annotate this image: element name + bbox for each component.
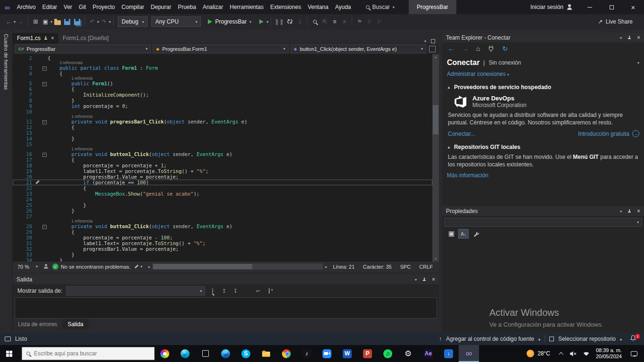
window-position-chevron-icon[interactable]: ▾: [620, 209, 622, 214]
next-message-icon[interactable]: ↧: [231, 288, 239, 294]
settings-button[interactable]: ⚙: [398, 345, 418, 362]
menu-ayuda[interactable]: Ayuda: [332, 0, 355, 14]
visual-studio-button[interactable]: ∞: [459, 345, 479, 362]
feedback-icon[interactable]: [5, 337, 11, 341]
code-line-33[interactable]: 33}: [13, 252, 432, 257]
code-text[interactable]: {: [48, 157, 432, 163]
editor-tab[interactable]: Form1.cs×: [13, 33, 58, 43]
hosted-providers-section[interactable]: ▲ Proveedores de servicio hospedado: [447, 84, 639, 90]
code-editor[interactable]: 2{3 referencias3−public partial class Fo…: [13, 54, 439, 262]
code-text[interactable]: [48, 109, 432, 115]
volume-muted-icon[interactable]: [570, 351, 577, 357]
start-button[interactable]: [0, 345, 22, 362]
configuration-select[interactable]: Debug ▾: [118, 16, 148, 27]
bookmark-icon[interactable]: ⚑: [355, 17, 363, 26]
scrollbar-thumb[interactable]: [153, 264, 252, 269]
pin-icon[interactable]: [627, 209, 631, 213]
chrome-button[interactable]: [276, 345, 297, 362]
menu-extensiones[interactable]: Extensiones: [267, 0, 304, 14]
start-without-debugging-chevron[interactable]: ▾: [266, 20, 268, 24]
word-wrap-icon[interactable]: ↩: [254, 288, 262, 294]
save-all-icon[interactable]: [73, 17, 81, 26]
navigate-symbol-icon[interactable]: ⇱: [321, 17, 329, 26]
quick-search[interactable]: Buscar ▾: [366, 4, 395, 10]
chevron-down-icon[interactable]: ▾: [637, 61, 639, 65]
object-select[interactable]: ▾: [444, 218, 642, 227]
open-folder-icon[interactable]: [53, 17, 61, 26]
redo-icon[interactable]: ↷: [100, 17, 108, 26]
output-text-area[interactable]: [15, 297, 437, 319]
chevron-up-icon[interactable]: ▴: [538, 337, 540, 341]
property-pages-icon[interactable]: [471, 229, 481, 239]
panel-tab-salida[interactable]: Salida: [62, 319, 88, 329]
scroll-left-icon[interactable]: ◂: [146, 264, 151, 269]
chevron-up-icon[interactable]: ▴: [620, 337, 622, 341]
autoscroll-icon[interactable]: [265, 288, 273, 294]
more-info-link[interactable]: Más información: [447, 172, 639, 179]
start-without-debugging-icon[interactable]: [257, 17, 265, 26]
start-debugging-button[interactable]: ProgressBar ▾: [205, 16, 255, 27]
code-text[interactable]: }: [48, 257, 432, 262]
home-icon[interactable]: ⌂: [476, 45, 480, 52]
zoom-select[interactable]: 70 % ▾: [15, 262, 41, 272]
forward-icon[interactable]: →: [462, 45, 469, 52]
split-window-icon[interactable]: [429, 46, 436, 52]
code-text[interactable]: progressBar1.Value = porcentaje;: [48, 246, 432, 252]
toolbox-side-tab[interactable]: Cuadro de herramientas: [0, 29, 13, 333]
close-icon[interactable]: ×: [432, 276, 435, 283]
menu-analizar[interactable]: Analizar: [199, 0, 226, 14]
search-input[interactable]: [34, 350, 138, 357]
back-icon[interactable]: ←: [448, 45, 454, 52]
code-line-32[interactable]: 32progressBar1.Value = porcentaje;: [13, 246, 432, 252]
member-dropdown[interactable]: ◈ button1_Click(object sender, EventArgs…: [290, 44, 426, 53]
codelens-references[interactable]: 1 referencia: [13, 115, 432, 119]
code-line-5[interactable]: 5−public Form1(): [13, 81, 432, 86]
window-position-chevron-icon[interactable]: ▾: [620, 36, 622, 40]
horizontal-scrollbar[interactable]: [152, 263, 323, 270]
code-line-28[interactable]: 28−private void button2_Click(object sen…: [13, 223, 432, 229]
output-source-select[interactable]: ▾: [66, 286, 205, 296]
skype-button[interactable]: S: [236, 345, 256, 362]
local-git-section[interactable]: ▲ Repositorios GIT locales: [447, 144, 639, 150]
minimize-button[interactable]: [579, 0, 601, 14]
scrollbar-thumb[interactable]: [433, 105, 438, 134]
code-line-14[interactable]: 14}: [13, 136, 432, 141]
colorful-flower-button[interactable]: [155, 345, 175, 362]
codelens-references[interactable]: 1 referencia: [13, 219, 432, 223]
uncomment-icon[interactable]: ≠: [340, 17, 348, 26]
code-line-29[interactable]: 29{: [13, 229, 432, 235]
code-line-3[interactable]: 3−public partial class Form1 : Form: [13, 65, 432, 71]
close-button[interactable]: ×: [622, 0, 644, 14]
previous-bookmark-icon[interactable]: ⚐: [365, 17, 373, 26]
code-line-31[interactable]: 31label1.Text= porcentaje.ToString() + "…: [13, 240, 432, 246]
after-effects-button[interactable]: Ae: [418, 345, 438, 362]
code-line-25[interactable]: 25}: [13, 202, 432, 208]
code-line-13[interactable]: 13: [13, 130, 432, 136]
properties-grid-empty[interactable]: [442, 241, 644, 297]
code-text[interactable]: label1.Text= porcentaje.ToString() + "%"…: [48, 240, 432, 246]
panel-tab-lista-de-errores[interactable]: Lista de errores: [13, 319, 62, 329]
weather-widget[interactable]: 28°C: [523, 345, 554, 362]
blue-arrow-app-button[interactable]: ↓: [438, 345, 459, 362]
hidden-icons-chevron[interactable]: [559, 352, 563, 356]
menu-compilar[interactable]: Compilar: [118, 0, 148, 14]
code-line-30[interactable]: 30porcentaje = porcentaje - 100;: [13, 235, 432, 240]
code-line-26[interactable]: 26}: [13, 208, 432, 214]
code-text[interactable]: private void progressBar1_Click(object s…: [48, 119, 432, 124]
code-text[interactable]: InitializeComponent();: [48, 92, 432, 98]
add-to-source-control-button[interactable]: Agregar al control de código fuente: [446, 336, 534, 342]
comment-icon[interactable]: ≡: [330, 17, 339, 26]
code-line-12[interactable]: 12{: [13, 124, 432, 130]
file-explorer-button[interactable]: [256, 345, 276, 362]
code-text[interactable]: porcentaje = porcentaje - 100;: [48, 235, 432, 240]
previous-message-icon[interactable]: ↥: [220, 288, 228, 294]
taskbar-search[interactable]: [22, 347, 155, 360]
code-text[interactable]: [48, 197, 432, 202]
code-line-23[interactable]: 23MessageBox.Show("genial se acabo");: [13, 191, 432, 197]
select-repository-button[interactable]: Seleccionar repositorio: [558, 336, 616, 342]
menu-prueba[interactable]: Prueba: [174, 0, 199, 14]
code-line-17[interactable]: 17{: [13, 157, 432, 163]
add-item-chevron[interactable]: ▾: [50, 20, 52, 24]
taskbar-clock[interactable]: 08:39 a. m. 20/05/2024: [596, 347, 622, 360]
find-in-files-icon[interactable]: [311, 17, 319, 26]
